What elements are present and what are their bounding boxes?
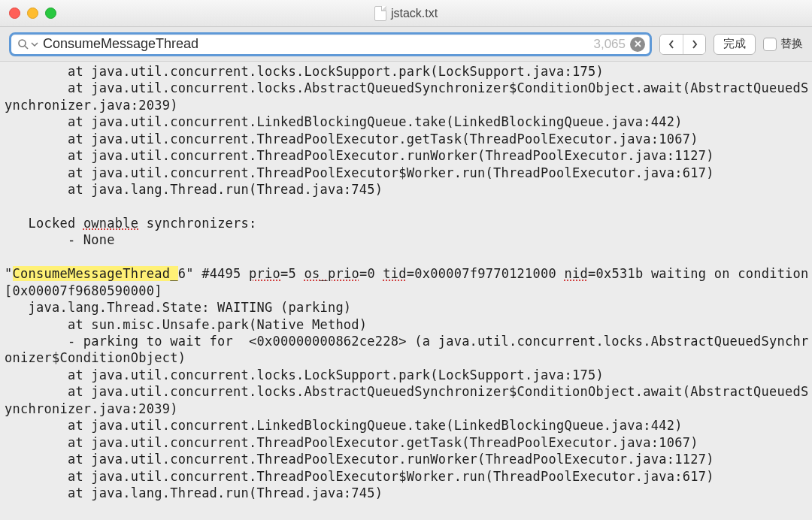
minimize-window-button[interactable]	[27, 8, 38, 19]
text-line: at java.util.concurrent.ThreadPoolExecut…	[5, 148, 714, 163]
text-line: os_prio	[304, 266, 359, 281]
text-line: at java.lang.Thread.run(Thread.java:745)	[5, 485, 383, 500]
search-highlight: ConsumeMessageThread_	[13, 266, 178, 281]
text-line: tid	[383, 266, 406, 281]
text-line: prio	[249, 266, 280, 281]
match-count: 3,065	[593, 37, 626, 52]
search-field-wrap[interactable]: 3,065 ✕	[9, 32, 652, 56]
document-icon	[374, 6, 386, 21]
clear-search-button[interactable]: ✕	[630, 37, 645, 52]
fullscreen-window-button[interactable]	[45, 8, 56, 19]
close-window-button[interactable]	[9, 8, 20, 19]
text-line: java.util.concurrent.locks.AbstractQueue…	[5, 384, 808, 416]
find-nav-segment	[659, 34, 706, 55]
text-content[interactable]: at java.util.concurrent.locks.LockSuppor…	[0, 62, 812, 506]
text-line: "	[5, 266, 13, 281]
text-line: nid	[565, 266, 588, 281]
window-title: jstack.txt	[391, 7, 438, 20]
text-line: java.lang.Thread.State: WAITING (parking…	[5, 300, 351, 315]
search-input[interactable]	[43, 36, 589, 52]
text-line: at	[5, 80, 91, 95]
text-line: at java.util.concurrent.ThreadPoolExecut…	[5, 165, 714, 180]
text-line: at sun.misc.Unsafe.park(Native Method)	[5, 317, 367, 332]
find-prev-button[interactable]	[660, 35, 683, 54]
text-line: - parking to wait for <0x00000000862ce22…	[5, 334, 808, 365]
text-line: at java.util.concurrent.locks.LockSuppor…	[5, 367, 604, 382]
text-line: ownable	[83, 216, 138, 231]
text-line: at java.util.concurrent.ThreadPoolExecut…	[5, 469, 714, 484]
svg-line-1	[25, 46, 28, 49]
text-line: =0	[359, 266, 383, 281]
replace-label: 替换	[780, 37, 803, 51]
text-line: =5	[280, 266, 304, 281]
text-line: synchronizers:	[138, 216, 256, 231]
text-line: at java.util.concurrent.locks.LockSuppor…	[5, 64, 604, 79]
search-options-chevron-icon[interactable]	[31, 41, 38, 48]
text-line: at java.util.concurrent.ThreadPoolExecut…	[5, 435, 698, 450]
replace-toggle[interactable]: 替换	[763, 37, 803, 51]
text-line: =0x00007f9770121000	[407, 266, 565, 281]
text-line: at java.util.concurrent.LinkedBlockingQu…	[5, 114, 683, 129]
done-button[interactable]: 完成	[714, 34, 756, 55]
find-toolbar: 3,065 ✕ 完成 替换	[0, 27, 812, 62]
text-line: at	[5, 384, 91, 399]
traffic-lights	[9, 8, 56, 19]
search-icon	[17, 38, 29, 50]
text-line: 6" #4495	[178, 266, 249, 281]
replace-checkbox[interactable]	[763, 38, 777, 51]
text-line: at java.lang.Thread.run(Thread.java:745)	[5, 182, 383, 197]
text-line: Locked	[5, 216, 83, 231]
text-line: - None	[5, 232, 115, 247]
window-titlebar: jstack.txt	[0, 0, 812, 27]
text-line: at java.util.concurrent.ThreadPoolExecut…	[5, 132, 698, 147]
text-line: at java.util.concurrent.ThreadPoolExecut…	[5, 452, 714, 467]
text-line: at java.util.concurrent.LinkedBlockingQu…	[5, 418, 683, 433]
svg-point-0	[19, 40, 26, 47]
text-line: java.util.concurrent.locks.AbstractQueue…	[5, 80, 808, 112]
find-next-button[interactable]	[683, 35, 705, 54]
